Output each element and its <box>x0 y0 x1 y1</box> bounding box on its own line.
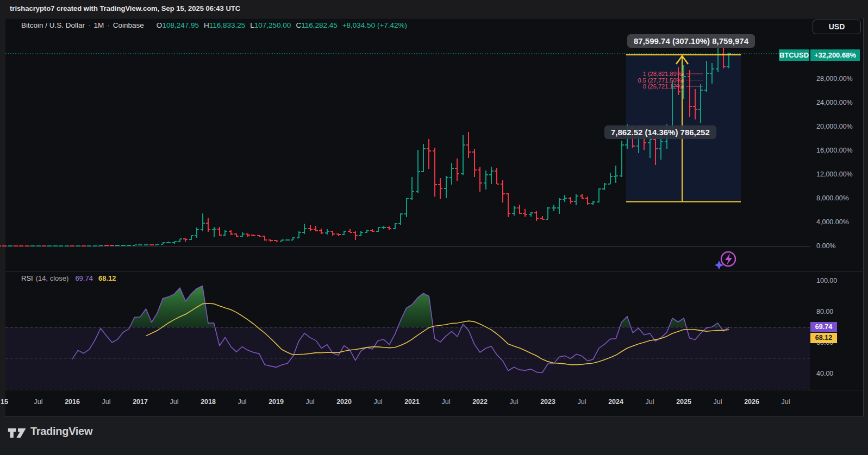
time-axis-tick: Jul <box>34 398 43 406</box>
rsi-axis-tick: 80.00 <box>816 308 833 315</box>
price-axis-tick: 24,000.00% <box>816 99 853 106</box>
rsi-title[interactable]: RSI <box>21 274 33 282</box>
time-axis-tick: Jul <box>714 398 722 406</box>
footer: TradingView <box>0 416 868 455</box>
rsi-params: (14, close) <box>36 274 69 282</box>
time-axis-tick: Jul <box>374 398 383 406</box>
tradingview-logo-icon[interactable] <box>7 426 29 440</box>
time-axis-tick: Jul <box>238 398 247 406</box>
price-axis-tick: 4,000.00% <box>816 218 849 226</box>
price-axis-tick: 16,000.00% <box>816 147 853 154</box>
time-axis-tick: 2019 <box>268 398 284 406</box>
down-bars[interactable] <box>0 40 726 247</box>
time-axis-tick: 2022 <box>472 398 488 406</box>
ohlc-value: 108,247.95 <box>162 21 199 29</box>
time-axis-tick: 2021 <box>404 398 420 406</box>
price-axis-tick: 20,000.00% <box>816 123 853 130</box>
time-axis-tick: Jul <box>510 398 519 406</box>
change-value: +8,034.50 (+7.42%) <box>342 21 407 29</box>
price-axis-tick: 12,000.00% <box>816 170 853 178</box>
time-axis-tick: 2025 <box>676 398 691 406</box>
measurement-tooltip-mid: 7,862.52 (14.36%) 786,252 <box>604 125 716 139</box>
time-axis-tick: 2024 <box>608 398 623 406</box>
current-change-badge: +32,200.68% <box>810 49 860 61</box>
price-axis-tick: 28,000.00% <box>816 75 853 83</box>
ohlc-key: L <box>250 21 254 29</box>
currency-toggle-button[interactable]: USD <box>813 20 861 34</box>
ohlc-key: O <box>157 21 163 29</box>
time-axis-tick: Jul <box>646 398 654 406</box>
price-axis-tick: 8,000.00% <box>816 194 849 202</box>
exchange-label[interactable]: Coinbase <box>113 21 144 29</box>
interval-label[interactable]: 1M <box>94 21 104 29</box>
rsi-ma-value: 68.12 <box>98 274 116 282</box>
time-axis-tick: Jul <box>102 398 111 406</box>
legend-separator: · <box>88 21 91 29</box>
rsi-overbought-fill <box>398 293 433 327</box>
price-chart-canvas[interactable] <box>0 0 868 455</box>
time-axis-tick: Jul <box>170 398 179 406</box>
ohlc-value: 107,250.00 <box>254 21 291 29</box>
symbol-title[interactable]: Bitcoin / U.S. Dollar <box>21 21 85 29</box>
fib-level-label: 0.5 (27,771.50%) <box>638 77 684 84</box>
time-axis-tick: 2018 <box>201 398 216 406</box>
rsi-axis-tick: 100.00 <box>816 277 837 285</box>
measurement-tooltip-top: 87,599.74 (307.10%) 8,759,974 <box>627 34 755 48</box>
time-axis-tick: 2016 <box>65 398 80 406</box>
time-axis-tick: Jul <box>782 398 790 406</box>
price-axis-tick: 0.00% <box>816 242 835 250</box>
symbol-price-badge: BTCUSD <box>779 49 809 61</box>
rsi-axis-tick: 40.00 <box>816 370 833 377</box>
ohlc-value: 116,833.25 <box>209 21 246 29</box>
time-axis-tick: 2020 <box>336 398 352 406</box>
fib-level-label: 0 (26,721.12%) <box>643 83 684 90</box>
ohlc-value: 116,282.45 <box>301 21 338 29</box>
time-axis-tick: 2017 <box>133 398 148 406</box>
rsi-value-badge: 69.74 <box>810 322 837 332</box>
ohlc-values: O108,247.95H116,833.25L107,250.00C116,28… <box>152 21 338 29</box>
ohlc-key: H <box>204 21 209 29</box>
time-axis-tick: 2026 <box>744 398 759 406</box>
rsi-ma-value-badge: 68.12 <box>810 333 837 343</box>
fib-level-label: 1 (28,821.89%) <box>643 71 684 77</box>
time-axis-tick: Jul <box>578 398 586 406</box>
time-axis-tick: 2023 <box>540 398 555 406</box>
time-axis-tick: 15 <box>1 398 8 406</box>
up-bars[interactable] <box>0 42 731 247</box>
ohlc-key: C <box>296 21 301 29</box>
legend-separator: · <box>107 21 110 29</box>
time-axis-tick: Jul <box>306 398 315 406</box>
lightning-circle-icon[interactable] <box>715 252 735 269</box>
symbol-legend[interactable]: Bitcoin / U.S. Dollar·1M·CoinbaseO108,24… <box>21 21 407 29</box>
rsi-value: 69.74 <box>75 274 93 282</box>
time-axis-tick: Jul <box>442 398 451 406</box>
tradingview-logo-text[interactable]: TradingView <box>30 425 92 438</box>
rsi-legend[interactable]: RSI(14, close)69.7468.12 <box>21 274 116 282</box>
